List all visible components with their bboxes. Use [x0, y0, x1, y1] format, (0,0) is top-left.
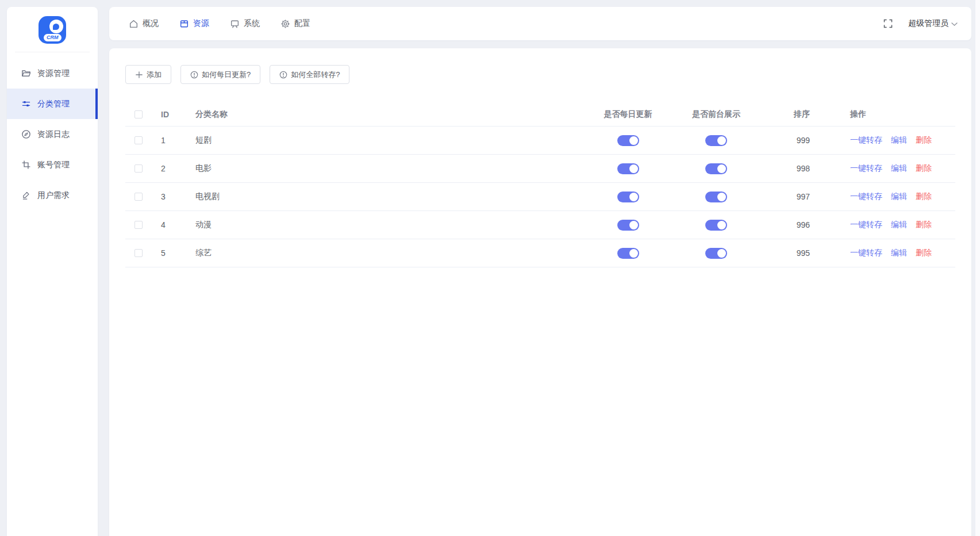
topbar-right: 超级管理员 — [883, 18, 958, 29]
sidebar-item-account-management[interactable]: 账号管理 — [7, 150, 98, 180]
how-daily-update-button[interactable]: 如何每日更新? — [180, 65, 260, 84]
table-row: 1 短剧 999 一键转存 编辑 删除 — [125, 127, 955, 155]
top-header: 概况 资源 系统 配置 超级管理员 — [109, 7, 971, 40]
header-id: ID — [151, 110, 186, 119]
add-button[interactable]: 添加 — [125, 65, 171, 84]
logo-lens — [49, 20, 63, 33]
front-display-toggle[interactable] — [705, 248, 727, 259]
delete-link[interactable]: 删除 — [916, 163, 932, 174]
folder-icon — [21, 68, 31, 78]
sidebar-item-user-needs[interactable]: 用户需求 — [7, 180, 98, 210]
sidebar-item-label: 账号管理 — [37, 160, 70, 170]
row-id: 2 — [151, 164, 186, 173]
edit-link[interactable]: 编辑 — [891, 163, 907, 174]
transfer-link[interactable]: 一键转存 — [850, 192, 882, 202]
table-row: 5 综艺 995 一键转存 编辑 删除 — [125, 239, 955, 267]
chevron-down-icon — [951, 22, 958, 26]
tab-label: 资源 — [193, 18, 209, 29]
sidebar-item-resource-log[interactable]: 资源日志 — [7, 119, 98, 150]
header-actions: 操作 — [814, 109, 955, 120]
front-display-toggle[interactable] — [705, 135, 727, 146]
sidebar-item-category-management[interactable]: 分类管理 — [7, 89, 98, 119]
sidebar-menu: 资源管理 分类管理 资源日志 账号管理 用户需求 — [7, 58, 98, 210]
row-name: 短剧 — [186, 135, 583, 146]
table-row: 2 电影 998 一键转存 编辑 删除 — [125, 155, 955, 183]
board-icon — [230, 19, 240, 29]
daily-update-toggle[interactable] — [617, 192, 639, 202]
row-sort: 999 — [760, 136, 814, 145]
row-id: 5 — [151, 248, 186, 258]
front-display-toggle[interactable] — [705, 163, 727, 174]
delete-link[interactable]: 删除 — [916, 220, 932, 230]
row-checkbox[interactable] — [134, 164, 143, 173]
toolbar: 添加 如何每日更新? 如何全部转存? — [125, 65, 955, 84]
daily-update-toggle[interactable] — [617, 248, 639, 259]
row-name: 电影 — [186, 163, 583, 174]
daily-update-toggle[interactable] — [617, 220, 639, 231]
delete-link[interactable]: 删除 — [916, 248, 932, 258]
front-display-toggle[interactable] — [705, 192, 727, 202]
compass-icon — [21, 129, 31, 139]
transfer-link[interactable]: 一键转存 — [850, 135, 882, 146]
logo-text: CRM — [44, 34, 62, 41]
delete-link[interactable]: 删除 — [916, 135, 932, 146]
tab-label: 配置 — [294, 18, 310, 29]
info-circle-icon — [190, 71, 198, 79]
sidebar: CRM 资源管理 分类管理 资源日志 账号管理 用户需求 — [7, 7, 98, 536]
home-icon — [129, 19, 139, 29]
row-id: 3 — [151, 192, 186, 201]
header-sort: 排序 — [760, 109, 814, 120]
daily-update-toggle[interactable] — [617, 135, 639, 146]
row-name: 综艺 — [186, 248, 583, 258]
select-all-checkbox[interactable] — [134, 110, 143, 118]
transfer-link[interactable]: 一键转存 — [850, 220, 882, 230]
box-icon — [179, 19, 189, 29]
sidebar-item-resource-management[interactable]: 资源管理 — [7, 58, 98, 89]
fullscreen-icon[interactable] — [883, 18, 893, 29]
header-name: 分类名称 — [186, 109, 583, 120]
pen-icon — [21, 190, 31, 200]
row-sort: 998 — [760, 164, 814, 173]
transfer-link[interactable]: 一键转存 — [850, 248, 882, 258]
info-circle-icon — [279, 71, 287, 79]
tab-overview[interactable]: 概况 — [129, 18, 159, 29]
edit-link[interactable]: 编辑 — [891, 220, 907, 230]
how-transfer-all-button[interactable]: 如何全部转存? — [270, 65, 349, 84]
daily-update-toggle[interactable] — [617, 163, 639, 174]
delete-link[interactable]: 删除 — [916, 192, 932, 202]
crop-icon — [21, 160, 31, 170]
edit-link[interactable]: 编辑 — [891, 192, 907, 202]
row-id: 4 — [151, 220, 186, 229]
edit-link[interactable]: 编辑 — [891, 135, 907, 146]
tab-system[interactable]: 系统 — [230, 18, 260, 29]
header-daily-update: 是否每日更新 — [583, 109, 672, 120]
how-transfer-all-label: 如何全部转存? — [291, 70, 340, 80]
row-checkbox[interactable] — [134, 249, 143, 257]
row-sort: 996 — [760, 220, 814, 229]
sliders-icon — [21, 99, 31, 109]
sidebar-item-label: 分类管理 — [37, 99, 70, 109]
row-checkbox[interactable] — [134, 136, 143, 144]
tab-settings[interactable]: 配置 — [280, 18, 310, 29]
row-checkbox[interactable] — [134, 193, 143, 201]
row-checkbox[interactable] — [134, 221, 143, 229]
edit-link[interactable]: 编辑 — [891, 248, 907, 258]
table-row: 3 电视剧 997 一键转存 编辑 删除 — [125, 183, 955, 211]
row-sort: 995 — [760, 248, 814, 258]
table-row: 4 动漫 996 一键转存 编辑 删除 — [125, 211, 955, 239]
user-menu[interactable]: 超级管理员 — [908, 18, 958, 29]
sidebar-item-label: 资源日志 — [37, 129, 70, 140]
crm-logo-icon: CRM — [39, 16, 66, 44]
tab-label: 系统 — [244, 18, 260, 29]
category-table: ID 分类名称 是否每日更新 是否前台展示 排序 操作 1 短剧 999 一键转… — [125, 103, 955, 267]
vertical-scrollbar[interactable] — [975, 0, 980, 536]
row-name: 动漫 — [186, 220, 583, 230]
front-display-toggle[interactable] — [705, 220, 727, 231]
transfer-link[interactable]: 一键转存 — [850, 163, 882, 174]
header-front-display: 是否前台展示 — [672, 109, 760, 120]
add-button-label: 添加 — [147, 70, 162, 80]
tab-label: 概况 — [143, 18, 159, 29]
sidebar-item-label: 用户需求 — [37, 190, 70, 201]
tab-resources[interactable]: 资源 — [179, 18, 209, 29]
sidebar-divider — [15, 52, 90, 52]
